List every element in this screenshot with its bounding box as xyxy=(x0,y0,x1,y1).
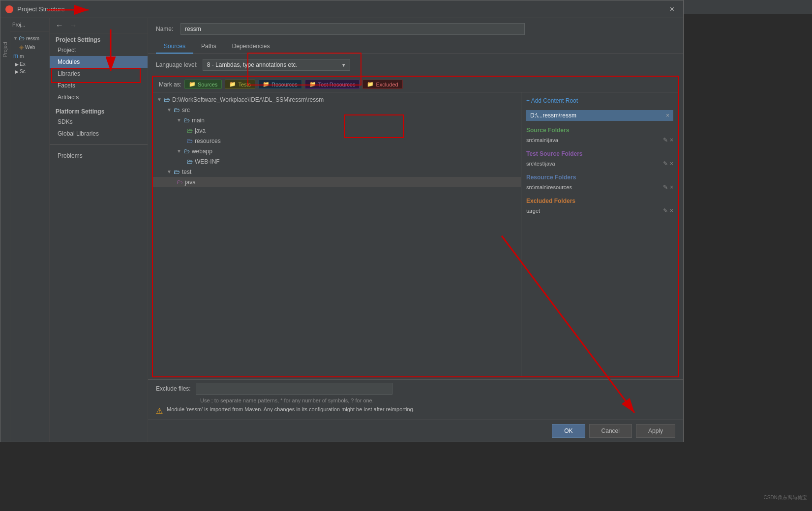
cancel-button[interactable]: Cancel xyxy=(589,424,632,438)
source-folder-actions: ✎ × xyxy=(663,137,673,143)
tab-sources[interactable]: Sources xyxy=(156,40,193,54)
edit-excluded-folder-btn[interactable]: ✎ xyxy=(663,207,668,214)
dialog-icon xyxy=(5,5,13,13)
file-tree-test[interactable]: ▼ 🗁 test xyxy=(153,167,521,177)
watermark: CSDN@东离与糖宝 xyxy=(764,494,808,501)
expand-main-arrow: ▼ xyxy=(177,117,181,123)
root-close-btn[interactable]: × xyxy=(666,112,669,119)
java-src-folder-icon: 🗁 xyxy=(186,127,193,134)
excluded-folders-section: Excluded Folders target ✎ × xyxy=(526,198,673,215)
expand-test-arrow: ▼ xyxy=(167,169,172,174)
badge-excluded[interactable]: 📁 Excluded xyxy=(362,80,402,89)
settings-item-project[interactable]: Project xyxy=(50,44,148,56)
nav-toolbar: ← → xyxy=(50,18,148,33)
resources-label: resources xyxy=(195,138,221,144)
language-select[interactable]: 8 - Lambdas, type annotations etc. xyxy=(203,59,350,71)
file-tree-resources[interactable]: 🗁 resources xyxy=(153,136,521,146)
file-tree-webapp[interactable]: ▼ 🗁 webapp xyxy=(153,146,521,156)
file-tree-root[interactable]: ▼ 🗁 D:\WorkSoftware_Workplace\IDEA\DL_SS… xyxy=(153,94,521,105)
file-tree-java-test[interactable]: 🗁 java xyxy=(153,177,521,187)
resource-folder-actions: ✎ × xyxy=(663,184,673,191)
vertical-sidebar: Project xyxy=(0,18,10,442)
badge-sources[interactable]: 📁 Sources xyxy=(184,80,222,89)
exclude-files-label: Exclude files: xyxy=(156,385,191,392)
test-source-folders-section: Test Source Folders src\test\java ✎ × xyxy=(526,150,673,168)
badge-tests[interactable]: 📁 Tests xyxy=(225,80,255,89)
tree-item-ressm[interactable]: ▼ 🗁 ressm xyxy=(11,34,48,43)
settings-item-sdks[interactable]: SDKs xyxy=(50,116,148,128)
test-folder-icon: 🗁 xyxy=(174,168,180,175)
root-path-label: D:\WorkSoftware_Workplace\IDEA\DL_SSM\re… xyxy=(172,96,324,103)
settings-item-libraries[interactable]: Libraries xyxy=(50,68,148,80)
file-tree-main[interactable]: ▼ 🗁 main xyxy=(153,115,521,125)
language-select-wrapper: 8 - Lambdas, type annotations etc. xyxy=(203,59,350,71)
forward-button[interactable]: → xyxy=(67,20,79,31)
java-main-label: java xyxy=(195,127,206,134)
tree-item-m[interactable]: m m xyxy=(11,52,48,60)
expand-root-arrow: ▼ xyxy=(157,97,162,102)
file-tree: ▼ 🗁 D:\WorkSoftware_Workplace\IDEA\DL_SS… xyxy=(153,92,521,376)
edit-test-source-folder-btn[interactable]: ✎ xyxy=(663,160,668,167)
file-tree-java-main[interactable]: 🗁 java xyxy=(153,125,521,136)
project-tree-panel: Proj... ▼ 🗁 ressm ◈ Web m m ▶ Ex xyxy=(10,18,50,442)
webapp-folder-icon: 🗁 xyxy=(183,147,190,155)
settings-item-modules[interactable]: Modules xyxy=(50,56,148,68)
folder-icon: 🗁 xyxy=(19,35,25,42)
tree-header: Proj... xyxy=(10,18,49,32)
test-source-folders-title: Test Source Folders xyxy=(526,150,673,157)
file-tree-src[interactable]: ▼ 🗁 src xyxy=(153,105,521,115)
expand-webapp-arrow: ▼ xyxy=(177,148,181,154)
test-source-folder-path: src\test\java xyxy=(526,161,555,167)
webapp-label: webapp xyxy=(192,148,212,155)
badge-test-resources[interactable]: 📁 Test Resources xyxy=(305,80,360,89)
expand-icon: ▼ xyxy=(13,36,18,41)
remove-source-folder-btn[interactable]: × xyxy=(670,137,673,143)
excluded-icon: 📁 xyxy=(367,81,374,87)
warning-text: Module 'ressm' is imported from Maven. A… xyxy=(167,406,415,412)
edit-resource-folder-btn[interactable]: ✎ xyxy=(663,184,668,191)
root-folder-icon: 🗁 xyxy=(164,96,170,103)
badge-resources[interactable]: 📁 Resources xyxy=(258,80,302,89)
close-button[interactable]: × xyxy=(666,3,678,16)
remove-excluded-folder-btn[interactable]: × xyxy=(670,207,673,214)
source-folder-path-row: src\main\java ✎ × xyxy=(526,136,673,144)
webinf-folder-icon: 🗁 xyxy=(186,158,193,165)
exclude-files-row: Exclude files: xyxy=(156,383,675,395)
root-header: D:\...ressm\ressm × xyxy=(526,110,673,121)
tab-dependencies[interactable]: Dependencies xyxy=(224,40,278,54)
settings-item-problems[interactable]: Problems xyxy=(50,150,148,162)
remove-resource-folder-btn[interactable]: × xyxy=(670,184,673,191)
excluded-folders-title: Excluded Folders xyxy=(526,198,673,204)
resources-icon: 📁 xyxy=(263,81,270,87)
tree-item-sc[interactable]: ▶ Sc xyxy=(11,68,48,75)
main-label: main xyxy=(192,117,205,124)
project-tree-items: ▼ 🗁 ressm ◈ Web m m ▶ Ex ▶ xyxy=(10,32,49,77)
remove-test-source-folder-btn[interactable]: × xyxy=(670,160,673,167)
roots-panel: + Add Content Root D:\...ressm\ressm × S… xyxy=(521,92,678,376)
tab-paths[interactable]: Paths xyxy=(193,40,224,54)
project-settings-section-title: Project Settings xyxy=(50,33,148,44)
exclude-files-input[interactable] xyxy=(196,383,392,395)
tree-item-ex[interactable]: ▶ Ex xyxy=(11,60,48,68)
test-source-folder-path-row: src\test\java ✎ × xyxy=(526,159,673,168)
root-header-text: D:\...ressm\ressm xyxy=(530,112,576,119)
settings-item-facets[interactable]: Facets xyxy=(50,80,148,91)
settings-item-artifacts[interactable]: Artifacts xyxy=(50,91,148,103)
webinf-label: WEB-INF xyxy=(195,158,220,165)
test-resources-icon: 📁 xyxy=(309,81,316,87)
apply-button[interactable]: Apply xyxy=(636,424,675,438)
settings-item-global-libraries[interactable]: Global Libraries xyxy=(50,128,148,140)
ok-button[interactable]: OK xyxy=(552,424,585,438)
edit-source-folder-btn[interactable]: ✎ xyxy=(663,137,668,143)
back-button[interactable]: ← xyxy=(54,20,65,31)
tree-item-web[interactable]: ◈ Web xyxy=(11,43,48,52)
expand-icon-ex: ▶ xyxy=(15,62,19,67)
resources-folder-icon: 🗁 xyxy=(186,137,193,144)
test-source-folder-actions: ✎ × xyxy=(663,160,673,167)
name-input[interactable] xyxy=(180,23,525,35)
sidebar-tab-project[interactable]: Project xyxy=(1,38,9,61)
add-content-root-btn[interactable]: + Add Content Root xyxy=(526,97,673,104)
file-tree-webinf[interactable]: 🗁 WEB-INF xyxy=(153,156,521,167)
expand-src-arrow: ▼ xyxy=(167,107,172,113)
source-folder-path: src\main\java xyxy=(526,137,558,143)
